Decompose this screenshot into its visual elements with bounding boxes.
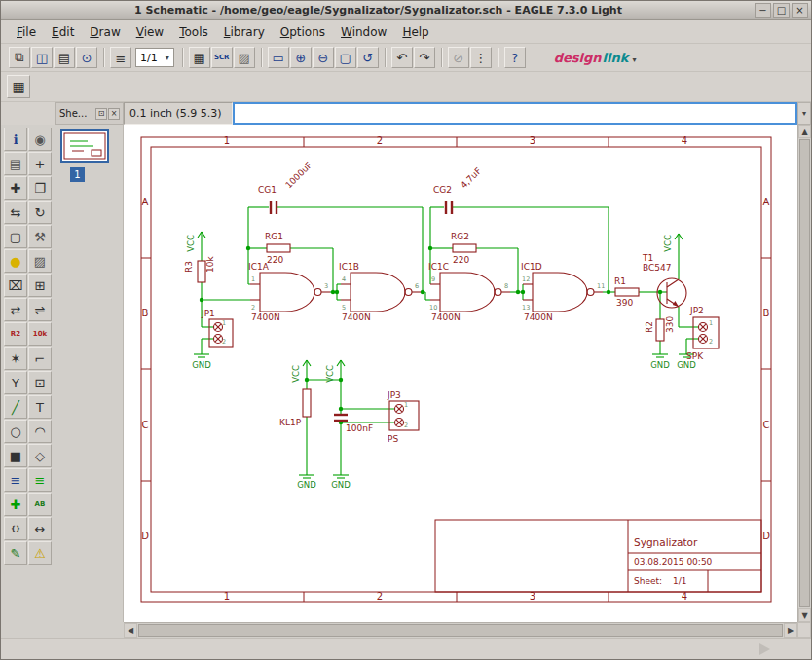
schematic-text[interactable]: 2	[222, 338, 226, 346]
schematic-text[interactable]: IC1A	[248, 262, 270, 272]
panel-undock-icon[interactable]: ⊡	[95, 108, 107, 120]
sheet-select[interactable]: 1/1▾	[135, 48, 174, 67]
schematic-text[interactable]: IC1D	[521, 262, 542, 272]
schematic-text[interactable]: 220	[453, 255, 469, 265]
copy-tool[interactable]: ❐	[28, 176, 52, 200]
minimize-button[interactable]: −	[755, 3, 771, 18]
text-tool[interactable]: T	[28, 395, 52, 419]
schematic-text[interactable]: GND	[297, 480, 316, 490]
schematic-text[interactable]: 9	[431, 275, 435, 283]
cam-icon[interactable]: ⊙	[76, 47, 97, 68]
schematic-text[interactable]: BC547	[643, 263, 671, 273]
cut-tool[interactable]: ●	[4, 249, 27, 273]
undo-icon[interactable]: ↶	[391, 47, 413, 68]
schematic-text[interactable]: CG2	[433, 185, 452, 195]
resistor-r1[interactable]	[615, 288, 639, 296]
menu-draw[interactable]: Draw	[82, 22, 128, 42]
horizontal-scroll-thumb[interactable]	[138, 624, 783, 637]
vertical-scroll-thumb[interactable]	[799, 139, 810, 607]
sheets-panel-header[interactable]: She... ⊡ ×	[55, 102, 124, 125]
sheet-tab-1[interactable]: 1	[70, 167, 85, 182]
schematic-text[interactable]: VCC	[663, 235, 673, 252]
schematic-text[interactable]: R2	[645, 321, 654, 333]
invoke-tool[interactable]: ⊡	[28, 371, 52, 394]
schematic-text[interactable]: PS	[388, 434, 398, 444]
schematic-text[interactable]: 7400N	[342, 312, 371, 322]
menu-window[interactable]: Window	[333, 22, 394, 42]
net-wires[interactable]	[194, 207, 699, 478]
resistor-kl1p[interactable]	[303, 389, 311, 417]
menu-edit[interactable]: Edit	[44, 22, 82, 42]
schematic-text[interactable]: R1	[614, 276, 626, 286]
schematic-text[interactable]: 7400N	[251, 312, 280, 322]
close-button[interactable]: ×	[792, 3, 808, 18]
capacitor-cg1[interactable]	[271, 201, 277, 214]
designlink-logo[interactable]: designlink▾	[554, 51, 637, 65]
group-tool[interactable]: ▢	[4, 225, 27, 248]
schematic-text[interactable]: GND	[650, 360, 670, 370]
rect-tool[interactable]: ■	[4, 444, 27, 467]
schematic-text[interactable]: RG2	[451, 232, 469, 241]
schematic-canvas[interactable]: 11223344AABBCCDD Sygnalizator 03.08.2015…	[124, 125, 797, 622]
schematic-text[interactable]: 4	[342, 275, 346, 283]
schematic-text[interactable]: 10	[429, 304, 437, 312]
add-tool[interactable]: ⊞	[28, 274, 52, 297]
horizontal-scrollbar[interactable]: ◀ ▶	[124, 622, 797, 638]
capacitor-cg2[interactable]	[446, 201, 452, 214]
menu-view[interactable]: View	[129, 22, 171, 42]
delete-tool[interactable]: ⌧	[4, 274, 27, 297]
schematic-text[interactable]: 3	[324, 282, 328, 290]
schematic-text[interactable]: VCC	[291, 365, 301, 383]
schematic-text[interactable]: 390	[616, 298, 633, 308]
schematic-text[interactable]: JP3	[387, 390, 401, 400]
scroll-left-icon[interactable]: ◀	[124, 623, 137, 638]
schematic-text[interactable]: 220	[267, 255, 283, 265]
titlebar[interactable]: 1 Schematic - /home/geo/eagle/Sygnalizat…	[1, 1, 811, 20]
open-board-icon[interactable]: ⧉	[9, 47, 30, 68]
dimension-tool[interactable]: ↔	[28, 517, 52, 540]
capacitor-c-100nf[interactable]	[334, 415, 348, 421]
erc-tool[interactable]: ✎	[4, 541, 27, 565]
panel-close-icon[interactable]: ×	[108, 108, 120, 120]
schematic-text[interactable]: 11	[597, 282, 605, 290]
paste-tool[interactable]: ▨	[28, 249, 52, 273]
schematic-text[interactable]: 1	[251, 275, 255, 283]
schematic-text[interactable]: JP1	[201, 309, 215, 318]
miter-tool[interactable]: ⌐	[28, 347, 52, 370]
schematic-text[interactable]: 1000uF	[283, 160, 314, 190]
circle-tool[interactable]: ○	[4, 420, 27, 443]
rotate-tool[interactable]: ↻	[28, 201, 52, 224]
display-tool[interactable]: ▤	[4, 152, 27, 175]
schematic-text[interactable]: KL1P	[279, 418, 302, 427]
schematic-text[interactable]: GND	[331, 480, 351, 490]
schematic-text[interactable]: IC1C	[428, 262, 449, 272]
resistor-rg2[interactable]	[453, 244, 476, 252]
resistor-r2[interactable]	[656, 319, 664, 341]
value-tool[interactable]: 10k	[28, 322, 52, 346]
resistor-r3[interactable]	[198, 261, 205, 282]
menu-options[interactable]: Options	[273, 22, 333, 42]
run-script-dots-icon[interactable]: ⋮	[470, 47, 492, 68]
connector-jp2[interactable]	[693, 317, 719, 348]
schematic-text[interactable]: 4,7uF	[459, 166, 483, 191]
schematic-text[interactable]: 7400N	[431, 312, 461, 322]
help-icon[interactable]: ?	[504, 47, 526, 68]
sheet-list-icon[interactable]: ≣	[110, 47, 131, 68]
print-icon[interactable]: ▤	[54, 47, 75, 68]
show-tool[interactable]: ◉	[28, 128, 52, 151]
name-tool[interactable]: R2	[4, 322, 27, 346]
zoom-select-icon[interactable]: ▢	[335, 47, 356, 68]
schematic-text[interactable]: 2	[404, 422, 408, 429]
schematic-text[interactable]: 2	[709, 338, 713, 346]
schematic-text[interactable]: T1	[642, 253, 653, 263]
image-icon[interactable]: ▨	[234, 47, 255, 68]
zoom-in-icon[interactable]: ⊕	[290, 47, 312, 68]
schematic-text[interactable]: 330	[665, 316, 675, 333]
zoom-fit-icon[interactable]: ▭	[268, 47, 289, 68]
menu-library[interactable]: Library	[216, 22, 273, 42]
save-icon[interactable]: ◫	[31, 47, 53, 68]
smash-tool[interactable]: ✶	[4, 347, 27, 370]
arc-tool[interactable]: ◠	[28, 420, 52, 443]
schematic-text[interactable]: 2	[251, 304, 255, 312]
scroll-right-icon[interactable]: ▶	[784, 623, 797, 638]
